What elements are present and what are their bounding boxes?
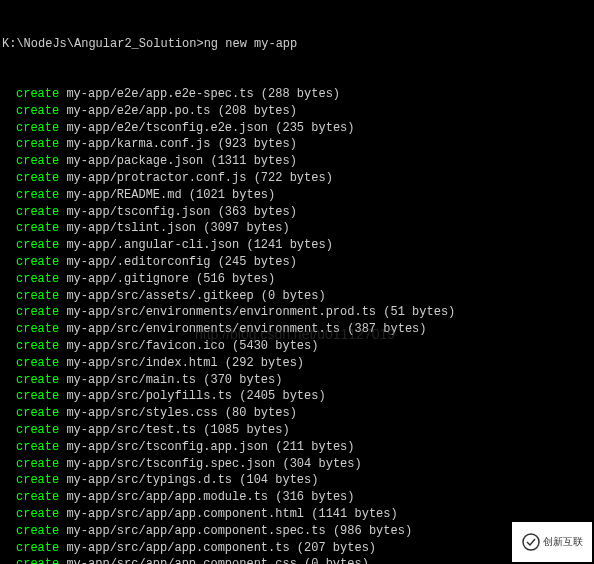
create-line: create my-app/src/styles.css (80 bytes) xyxy=(2,405,592,422)
file-path: my-app/src/environments/environment.prod… xyxy=(59,305,383,319)
create-line: create my-app/src/polyfills.ts (2405 byt… xyxy=(2,388,592,405)
create-label: create xyxy=(16,557,59,564)
create-label: create xyxy=(16,104,59,118)
file-path: my-app/src/test.ts xyxy=(59,423,203,437)
create-line: create my-app/tslint.json (3097 bytes) xyxy=(2,220,592,237)
file-bytes: (1085 bytes) xyxy=(203,423,289,437)
file-path: my-app/.angular-cli.json xyxy=(59,238,246,252)
create-label: create xyxy=(16,171,59,185)
file-bytes: (51 bytes) xyxy=(383,305,455,319)
create-label: create xyxy=(16,490,59,504)
file-bytes: (370 bytes) xyxy=(203,373,282,387)
file-bytes: (245 bytes) xyxy=(218,255,297,269)
create-label: create xyxy=(16,255,59,269)
create-label: create xyxy=(16,238,59,252)
create-line: create my-app/src/environments/environme… xyxy=(2,304,592,321)
create-label: create xyxy=(16,423,59,437)
svg-point-0 xyxy=(523,534,539,550)
file-bytes: (2405 bytes) xyxy=(239,389,325,403)
create-label: create xyxy=(16,457,59,471)
file-path: my-app/src/environments/environment.ts xyxy=(59,322,347,336)
file-path: my-app/protractor.conf.js xyxy=(59,171,253,185)
file-path: my-app/.gitignore xyxy=(59,272,196,286)
create-line: create my-app/README.md (1021 bytes) xyxy=(2,187,592,204)
create-label: create xyxy=(16,87,59,101)
create-line: create my-app/src/assets/.gitkeep (0 byt… xyxy=(2,288,592,305)
file-path: my-app/src/typings.d.ts xyxy=(59,473,239,487)
create-line: create my-app/src/index.html (292 bytes) xyxy=(2,355,592,372)
create-line: create my-app/src/tsconfig.app.json (211… xyxy=(2,439,592,456)
create-label: create xyxy=(16,356,59,370)
file-bytes: (5430 bytes) xyxy=(232,339,318,353)
file-bytes: (1141 bytes) xyxy=(311,507,397,521)
file-bytes: (387 bytes) xyxy=(347,322,426,336)
file-path: my-app/src/tsconfig.spec.json xyxy=(59,457,282,471)
create-line: create my-app/src/tsconfig.spec.json (30… xyxy=(2,456,592,473)
create-line: create my-app/e2e/app.po.ts (208 bytes) xyxy=(2,103,592,120)
file-bytes: (0 bytes) xyxy=(261,289,326,303)
file-path: my-app/e2e/app.e2e-spec.ts xyxy=(59,87,261,101)
create-line: create my-app/package.json (1311 bytes) xyxy=(2,153,592,170)
create-line: create my-app/.editorconfig (245 bytes) xyxy=(2,254,592,271)
file-bytes: (986 bytes) xyxy=(333,524,412,538)
file-bytes: (207 bytes) xyxy=(297,541,376,555)
create-line: create my-app/src/main.ts (370 bytes) xyxy=(2,372,592,389)
file-bytes: (516 bytes) xyxy=(196,272,275,286)
create-line: create my-app/src/test.ts (1085 bytes) xyxy=(2,422,592,439)
file-path: my-app/package.json xyxy=(59,154,210,168)
create-line: create my-app/src/app/app.component.css … xyxy=(2,556,592,564)
create-label: create xyxy=(16,524,59,538)
create-line: create my-app/src/typings.d.ts (104 byte… xyxy=(2,472,592,489)
create-line: create my-app/tsconfig.json (363 bytes) xyxy=(2,204,592,221)
brand-text: 创新互联 xyxy=(543,535,583,549)
create-label: create xyxy=(16,541,59,555)
create-label: create xyxy=(16,154,59,168)
create-line: create my-app/src/app/app.component.spec… xyxy=(2,523,592,540)
file-bytes: (1311 bytes) xyxy=(210,154,296,168)
file-bytes: (1241 bytes) xyxy=(246,238,332,252)
create-line: create my-app/e2e/tsconfig.e2e.json (235… xyxy=(2,120,592,137)
file-bytes: (722 bytes) xyxy=(254,171,333,185)
create-line: create my-app/.angular-cli.json (1241 by… xyxy=(2,237,592,254)
file-path: my-app/karma.conf.js xyxy=(59,137,217,151)
create-line: create my-app/e2e/app.e2e-spec.ts (288 b… xyxy=(2,86,592,103)
create-label: create xyxy=(16,221,59,235)
file-bytes: (0 bytes) xyxy=(304,557,369,564)
file-bytes: (80 bytes) xyxy=(225,406,297,420)
file-bytes: (292 bytes) xyxy=(225,356,304,370)
file-bytes: (3097 bytes) xyxy=(203,221,289,235)
file-bytes: (211 bytes) xyxy=(275,440,354,454)
file-path: my-app/src/polyfills.ts xyxy=(59,389,239,403)
create-label: create xyxy=(16,389,59,403)
file-path: my-app/tslint.json xyxy=(59,221,203,235)
create-label: create xyxy=(16,339,59,353)
file-path: my-app/tsconfig.json xyxy=(59,205,217,219)
file-path: my-app/src/app/app.component.css xyxy=(59,557,304,564)
file-path: my-app/src/favicon.ico xyxy=(59,339,232,353)
file-bytes: (235 bytes) xyxy=(275,121,354,135)
create-line: create my-app/src/app/app.component.ts (… xyxy=(2,540,592,557)
file-bytes: (363 bytes) xyxy=(218,205,297,219)
file-path: my-app/src/assets/.gitkeep xyxy=(59,289,261,303)
create-label: create xyxy=(16,322,59,336)
file-path: my-app/src/app/app.component.ts xyxy=(59,541,297,555)
terminal-output: K:\NodeJs\Angular2_Solution>ng new my-ap… xyxy=(2,2,592,564)
create-label: create xyxy=(16,440,59,454)
file-bytes: (304 bytes) xyxy=(282,457,361,471)
file-path: my-app/src/main.ts xyxy=(59,373,203,387)
file-path: my-app/src/app/app.component.html xyxy=(59,507,311,521)
file-bytes: (104 bytes) xyxy=(239,473,318,487)
create-line: create my-app/karma.conf.js (923 bytes) xyxy=(2,136,592,153)
create-line: create my-app/src/favicon.ico (5430 byte… xyxy=(2,338,592,355)
file-path: my-app/src/index.html xyxy=(59,356,225,370)
create-label: create xyxy=(16,507,59,521)
create-label: create xyxy=(16,272,59,286)
create-line: create my-app/src/app/app.module.ts (316… xyxy=(2,489,592,506)
create-line: create my-app/.gitignore (516 bytes) xyxy=(2,271,592,288)
create-label: create xyxy=(16,406,59,420)
file-path: my-app/src/tsconfig.app.json xyxy=(59,440,275,454)
file-path: my-app/e2e/app.po.ts xyxy=(59,104,217,118)
create-label: create xyxy=(16,121,59,135)
file-path: my-app/src/app/app.module.ts xyxy=(59,490,275,504)
create-label: create xyxy=(16,473,59,487)
